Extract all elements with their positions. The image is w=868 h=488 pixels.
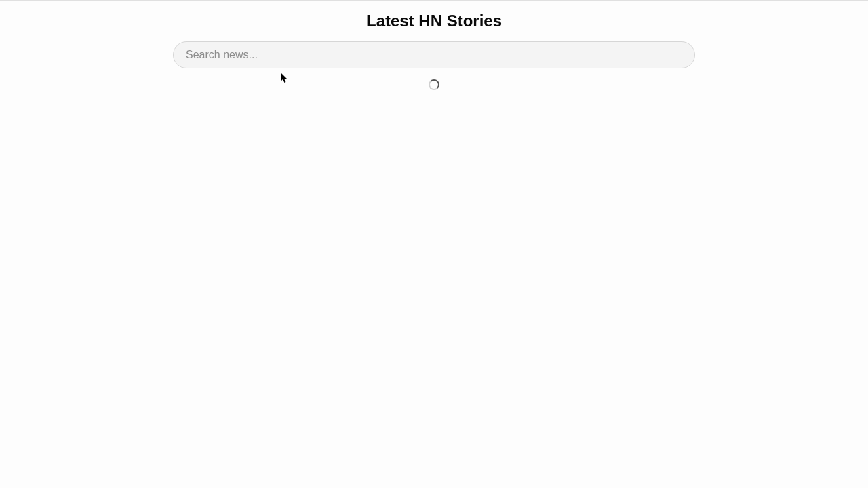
main-container: Latest HN Stories xyxy=(0,1,868,90)
search-input[interactable] xyxy=(173,41,695,68)
search-wrapper xyxy=(173,41,695,68)
loading-spinner-icon xyxy=(429,79,439,90)
page-title: Latest HN Stories xyxy=(366,12,502,30)
